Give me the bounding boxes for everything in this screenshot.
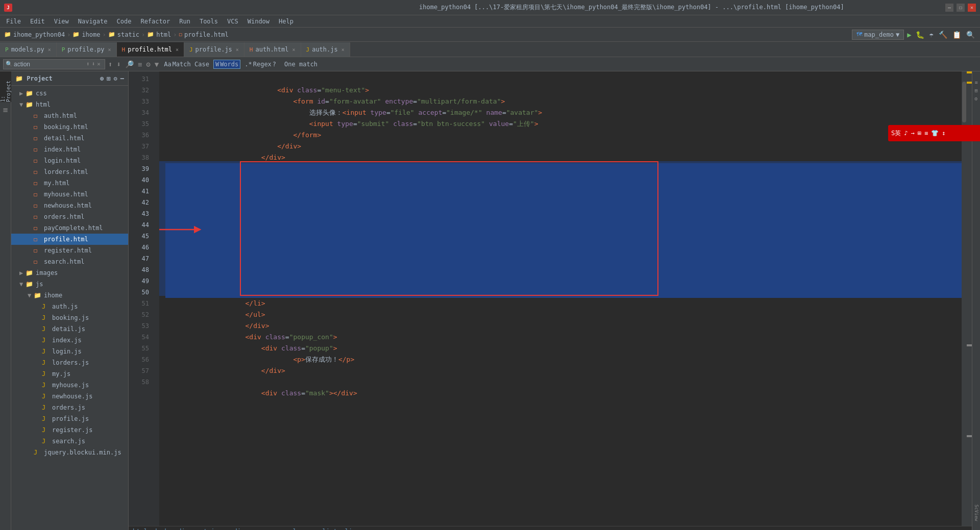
sidebar-item-my-html[interactable]: ◻ my.html: [11, 178, 128, 189]
sidebar-item-booking-html[interactable]: ◻ booking.html: [11, 121, 128, 133]
search-filter[interactable]: ▼: [154, 60, 160, 68]
search-close-button[interactable]: ✕: [96, 61, 102, 67]
breadcrumb-div-container[interactable]: div.container: [178, 528, 226, 530]
tab-close-auth-html[interactable]: ×: [292, 47, 296, 53]
menu-vcs[interactable]: VCS: [223, 17, 242, 26]
menu-navigate[interactable]: Navigate: [74, 17, 112, 26]
sidebar-item-jquery-js[interactable]: J jquery.blockui.min.js: [11, 447, 128, 458]
tab-profile-html[interactable]: H profile.html ×: [117, 42, 184, 57]
tab-auth-html[interactable]: H auth.html ×: [244, 42, 301, 57]
sidebar-close-icon[interactable]: —: [120, 75, 124, 82]
sidebar-item-login-html[interactable]: ◻ login.html: [11, 155, 128, 166]
run-button[interactable]: ▶: [907, 31, 911, 39]
debug-button[interactable]: 🐛: [915, 31, 925, 39]
sidebar-item-register-js[interactable]: J register.js: [11, 424, 128, 436]
search-button-nav[interactable]: 🔍: [965, 31, 976, 39]
sidebar-item-lorders-js[interactable]: J lorders.js: [11, 357, 128, 368]
menu-run[interactable]: Run: [175, 17, 194, 26]
breadcrumb-div-menus-con[interactable]: div.menus-con: [233, 528, 281, 530]
search-next-button[interactable]: ⬇: [91, 61, 96, 67]
sidebar-item-paycomplete-html[interactable]: ◻ payComplete.html: [11, 222, 128, 234]
tab-auth-js[interactable]: J auth.js ×: [301, 42, 350, 57]
tab-close-profile-html[interactable]: ×: [176, 47, 179, 53]
search-clear-button[interactable]: ⬆: [85, 61, 91, 67]
search-find-usages[interactable]: 🔎: [124, 60, 135, 68]
sidebar-item-newhouse-html[interactable]: ◻ newhouse.html: [11, 200, 128, 211]
scrollbar-thumb[interactable]: [962, 82, 966, 122]
search-settings1[interactable]: ≡: [137, 60, 143, 68]
sidebar-item-search-html[interactable]: ◻ search.html: [11, 256, 128, 267]
sidebar-item-detail-html[interactable]: ◻ detail.html: [11, 133, 128, 144]
sidebar-layout-icon[interactable]: ⊞: [107, 75, 110, 82]
sidebar-item-lorders-html[interactable]: ◻ lorders.html: [11, 166, 128, 178]
tab-profile-py[interactable]: P profile.py ×: [57, 42, 117, 57]
sidebar-item-css[interactable]: ▶ 📁 css: [11, 88, 128, 99]
tab-close-profile-js[interactable]: ×: [236, 47, 239, 53]
menu-refactor[interactable]: Refactor: [136, 17, 174, 26]
menu-tools[interactable]: Tools: [195, 17, 222, 26]
right-panel-scview[interactable]: ScView: [973, 497, 980, 528]
right-panel-db[interactable]: Database: [973, 528, 980, 530]
tab-models-py[interactable]: P models.py ×: [0, 42, 57, 57]
maximize-button[interactable]: ☐: [957, 4, 965, 12]
coverage-button[interactable]: ☂: [928, 31, 935, 39]
menu-code[interactable]: Code: [113, 17, 136, 26]
menu-view[interactable]: View: [50, 17, 73, 26]
code-lines[interactable]: <div class="menu-text"> <form id="form-a…: [159, 71, 962, 526]
sidebar-item-profile-js[interactable]: J profile.js: [11, 413, 128, 424]
breadcrumb-li[interactable]: li: [345, 528, 352, 530]
sidebar-item-detail-js[interactable]: J detail.js: [11, 323, 128, 335]
sidebar-item-auth-html[interactable]: ◻ auth.html: [11, 110, 128, 121]
right-panel-btn2[interactable]: ⊞: [973, 87, 980, 94]
tasks-button[interactable]: 📋: [951, 31, 962, 39]
words-option[interactable]: W Words: [213, 60, 240, 69]
sidebar-item-auth-js[interactable]: J auth.js: [11, 301, 128, 312]
match-case-option[interactable]: Aa Match Case: [162, 60, 211, 69]
tab-close-models-py[interactable]: ×: [48, 47, 51, 53]
sidebar-item-js-folder[interactable]: ▼ 📁 js: [11, 279, 128, 290]
sidebar-item-register-html[interactable]: ◻ register.html: [11, 245, 128, 256]
breadcrumb-ul-menus-list[interactable]: ul.menus-list: [289, 528, 337, 530]
sidebar-item-myhouse-js[interactable]: J myhouse.js: [11, 380, 128, 391]
search-prev-icon[interactable]: ⬆: [107, 60, 113, 68]
structure-icon[interactable]: ≡: [3, 102, 8, 117]
regex-option[interactable]: .* Regex ?: [242, 60, 278, 69]
run-config-dropdown[interactable]: 🗺 map_demo ▼: [852, 30, 904, 40]
sidebar-item-orders-js[interactable]: J orders.js: [11, 402, 128, 413]
search-settings2[interactable]: ⚙: [145, 60, 151, 68]
sidebar-item-index-js[interactable]: J index.js: [11, 335, 128, 346]
close-button[interactable]: ✕: [968, 4, 976, 12]
right-panel-btn1[interactable]: ≡: [973, 79, 980, 86]
sidebar-item-profile-html[interactable]: ◻ profile.html: [11, 234, 128, 245]
code-editor[interactable]: 31 32 33 34 35 36 37 38 39 40 41 42 43 4…: [129, 71, 972, 530]
menu-window[interactable]: Window: [243, 17, 274, 26]
sidebar-item-html-folder[interactable]: ▼ 📁 html: [11, 99, 128, 110]
menu-edit[interactable]: Edit: [26, 17, 49, 26]
tab-close-auth-js[interactable]: ×: [341, 47, 345, 53]
sidebar-item-search-js[interactable]: J search.js: [11, 436, 128, 447]
tab-close-profile-py[interactable]: ×: [108, 47, 111, 53]
right-panel-btn3[interactable]: ⚙: [973, 95, 980, 102]
minimize-button[interactable]: —: [945, 4, 953, 12]
sidebar-item-newhouse-js[interactable]: J newhouse.js: [11, 391, 128, 402]
vtab-project[interactable]: 1: Project: [0, 71, 11, 102]
line-num-48: 48: [129, 264, 153, 275]
sidebar-item-booking-js[interactable]: J booking.js: [11, 312, 128, 323]
sidebar-item-images[interactable]: ▶ 📁 images: [11, 267, 128, 279]
sidebar-item-login-js[interactable]: J login.js: [11, 346, 128, 357]
sidebar-add-icon[interactable]: ⊕: [100, 75, 104, 82]
sidebar-item-index-html[interactable]: ◻ index.html: [11, 144, 128, 155]
menu-file[interactable]: File: [2, 17, 25, 26]
sidebar-item-myhouse-html[interactable]: ◻ myhouse.html: [11, 189, 128, 200]
breadcrumb-html[interactable]: html: [133, 528, 148, 530]
tab-profile-js[interactable]: J profile.js ×: [184, 42, 244, 57]
sidebar-settings-icon[interactable]: ⚙: [114, 75, 117, 82]
search-input[interactable]: [14, 61, 85, 68]
sidebar-item-orders-html[interactable]: ◻ orders.html: [11, 211, 128, 222]
build-button[interactable]: 🔨: [938, 31, 948, 39]
sidebar-item-my-js[interactable]: J my.js: [11, 368, 128, 380]
breadcrumb-body[interactable]: body: [155, 528, 170, 530]
search-next-icon[interactable]: ⬇: [115, 60, 121, 68]
sidebar-item-ihome-folder[interactable]: ▼ 📁 ihome: [11, 290, 128, 301]
menu-help[interactable]: Help: [275, 17, 298, 26]
